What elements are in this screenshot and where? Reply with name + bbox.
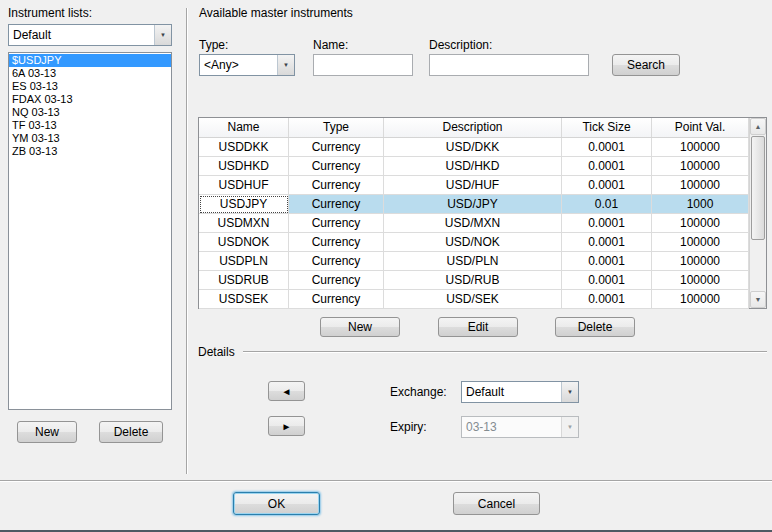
move-left-button[interactable]: ◄ <box>268 381 305 401</box>
scroll-up-button[interactable]: ▲ <box>750 118 766 135</box>
table-cell: 100000 <box>652 252 749 271</box>
scroll-thumb[interactable] <box>751 136 765 240</box>
description-filter-input[interactable] <box>429 54 589 76</box>
scroll-up-icon: ▲ <box>755 123 762 130</box>
chevron-down-icon: ▼ <box>277 55 294 75</box>
description-label: Description: <box>429 38 492 52</box>
table-row[interactable]: USDMXNCurrencyUSD/MXN0.0001100000 <box>199 214 749 233</box>
table-cell: USDPLN <box>199 252 289 271</box>
table-cell: USDMXN <box>199 214 289 233</box>
table-cell: USDJPY <box>199 195 289 214</box>
list-delete-button[interactable]: Delete <box>99 421 163 443</box>
list-item[interactable]: TF 03-13 <box>9 119 171 132</box>
table-row[interactable]: USDNOKCurrencyUSD/NOK0.0001100000 <box>199 233 749 252</box>
table-row[interactable]: USDRUBCurrencyUSD/RUB0.0001100000 <box>199 271 749 290</box>
name-filter-input[interactable] <box>313 54 413 76</box>
table-cell: 0.0001 <box>562 138 652 157</box>
table-edit-button[interactable]: Edit <box>438 317 518 337</box>
table-cell: 0.01 <box>562 195 652 214</box>
table-cell: USDHUF <box>199 176 289 195</box>
exchange-combo[interactable]: Default ▼ <box>461 381 579 403</box>
scroll-down-button[interactable]: ▼ <box>750 291 766 308</box>
table-cell: 0.0001 <box>562 271 652 290</box>
list-item[interactable]: 6A 03-13 <box>9 67 171 80</box>
table-cell: USD/MXN <box>384 214 562 233</box>
list-item[interactable]: ZB 03-13 <box>9 145 171 158</box>
table-cell: USDNOK <box>199 233 289 252</box>
table-cell: USDRUB <box>199 271 289 290</box>
table-row[interactable]: USDJPYCurrencyUSD/JPY0.011000 <box>199 195 749 214</box>
table-delete-button[interactable]: Delete <box>555 317 635 337</box>
instrument-list-selected-value: Default <box>9 28 154 42</box>
table-cell: 100000 <box>652 290 749 309</box>
table-cell: 0.0001 <box>562 176 652 195</box>
column-header[interactable]: Description <box>384 118 562 137</box>
table-cell: 100000 <box>652 176 749 195</box>
table-row[interactable]: USDDKKCurrencyUSD/DKK0.0001100000 <box>199 138 749 157</box>
table-cell: USD/SEK <box>384 290 562 309</box>
table-scrollbar[interactable]: ▲ ▼ <box>749 118 766 308</box>
table-cell: 0.0001 <box>562 233 652 252</box>
table-row[interactable]: USDSEKCurrencyUSD/SEK0.0001100000 <box>199 290 749 309</box>
expiry-combo: 03-13 ▼ <box>461 416 579 438</box>
list-item[interactable]: $USDJPY <box>9 54 171 67</box>
master-instruments-title: Available master instruments <box>199 6 353 20</box>
list-item[interactable]: NQ 03-13 <box>9 106 171 119</box>
table-cell: USD/JPY <box>384 195 562 214</box>
table-row[interactable]: USDPLNCurrencyUSD/PLN0.0001100000 <box>199 252 749 271</box>
exchange-label: Exchange: <box>390 385 447 399</box>
table-cell: 100000 <box>652 214 749 233</box>
exchange-selected-value: Default <box>462 385 561 399</box>
table-cell: 0.0001 <box>562 214 652 233</box>
right-arrow-icon: ► <box>282 421 292 432</box>
table-cell: 100000 <box>652 138 749 157</box>
table-row[interactable]: USDHUFCurrencyUSD/HUF0.0001100000 <box>199 176 749 195</box>
column-header[interactable]: Tick Size <box>562 118 652 137</box>
list-item[interactable]: ES 03-13 <box>9 80 171 93</box>
list-new-button[interactable]: New <box>17 421 77 443</box>
list-item[interactable]: FDAX 03-13 <box>9 93 171 106</box>
table-cell: USD/NOK <box>384 233 562 252</box>
table-row[interactable]: USDHKDCurrencyUSD/HKD0.0001100000 <box>199 157 749 176</box>
column-header[interactable]: Name <box>199 118 289 137</box>
table-header-row: NameTypeDescriptionTick SizePoint Val. <box>199 118 749 138</box>
table-cell: USDHKD <box>199 157 289 176</box>
table-cell: Currency <box>289 290 384 309</box>
table-cell: USD/HUF <box>384 176 562 195</box>
table-cell: 100000 <box>652 157 749 176</box>
cancel-button[interactable]: Cancel <box>453 492 540 515</box>
type-filter-combo[interactable]: <Any> ▼ <box>199 54 295 76</box>
type-filter-value: <Any> <box>200 58 277 72</box>
table-cell: 0.0001 <box>562 157 652 176</box>
instrument-list-selector[interactable]: Default ▼ <box>8 24 172 46</box>
table-new-button[interactable]: New <box>320 317 400 337</box>
table-cell: Currency <box>289 214 384 233</box>
table-cell: USD/PLN <box>384 252 562 271</box>
column-header[interactable]: Type <box>289 118 384 137</box>
left-arrow-icon: ◄ <box>282 386 292 397</box>
instrument-manager-dialog: Instrument lists: Default ▼ $USDJPY6A 03… <box>0 0 772 532</box>
ok-button[interactable]: OK <box>233 492 320 515</box>
chevron-down-icon: ▼ <box>561 417 578 437</box>
move-right-button[interactable]: ► <box>268 416 305 436</box>
table-cell: USD/DKK <box>384 138 562 157</box>
list-item[interactable]: YM 03-13 <box>9 132 171 145</box>
search-button[interactable]: Search <box>612 54 680 76</box>
scroll-down-icon: ▼ <box>755 296 762 303</box>
panel-separator <box>186 8 188 474</box>
chevron-down-icon: ▼ <box>561 382 578 402</box>
table-cell: USDSEK <box>199 290 289 309</box>
table-cell: Currency <box>289 233 384 252</box>
column-header[interactable]: Point Val. <box>652 118 749 137</box>
footer-separator <box>0 480 772 482</box>
instruments-table: NameTypeDescriptionTick SizePoint Val. U… <box>198 117 767 309</box>
expiry-label: Expiry: <box>390 420 427 434</box>
table-cell: 1000 <box>652 195 749 214</box>
name-label: Name: <box>313 38 348 52</box>
expiry-selected-value: 03-13 <box>462 420 561 434</box>
table-cell: Currency <box>289 157 384 176</box>
instrument-listbox[interactable]: $USDJPY6A 03-13ES 03-13FDAX 03-13NQ 03-1… <box>8 52 172 410</box>
table-cell: 0.0001 <box>562 252 652 271</box>
table-cell: USD/HKD <box>384 157 562 176</box>
table-cell: Currency <box>289 138 384 157</box>
